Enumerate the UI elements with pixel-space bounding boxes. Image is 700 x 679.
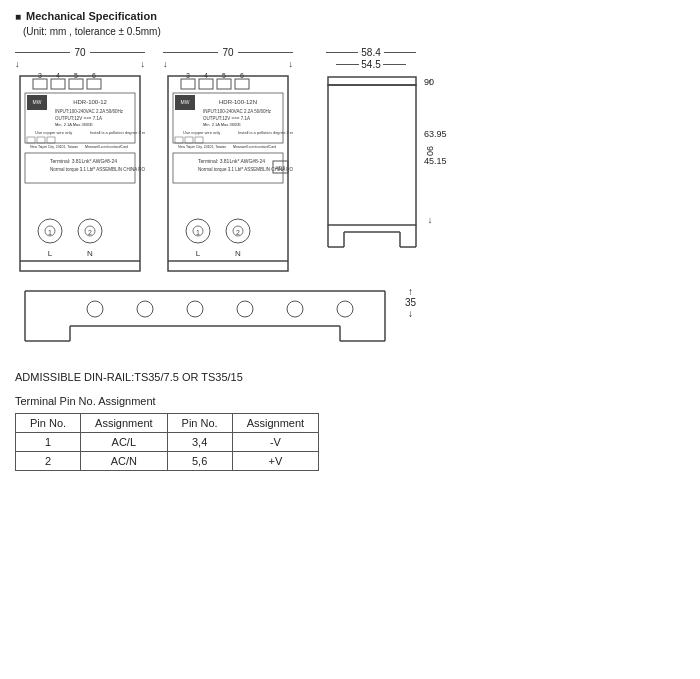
admissible-text: ADMISSIBLE DIN-RAIL:TS35/7.5 OR TS35/15 xyxy=(15,371,685,383)
svg-text:INPUT:100-240VAC 2.2A 50/60Hz: INPUT:100-240VAC 2.2A 50/60Hz xyxy=(203,109,272,114)
table-row: 1 AC/L 3,4 -V xyxy=(16,433,319,452)
svg-text:N: N xyxy=(87,249,93,258)
svg-rect-36 xyxy=(181,79,195,89)
svg-text:Use copper wire only: Use copper wire only xyxy=(183,130,220,135)
svg-text:Install is a pollution degree : Install is a pollution degree 2 environm… xyxy=(238,130,293,135)
svg-text:New Taipei City, 24101, Taiwan: New Taipei City, 24101, Taiwan xyxy=(30,145,78,149)
svg-rect-18 xyxy=(27,137,35,143)
svg-point-94 xyxy=(337,301,353,317)
device-drawing-1: 70 ↓ ↓ 3 4 5 6 xyxy=(15,47,145,281)
svg-point-93 xyxy=(287,301,303,317)
svg-point-91 xyxy=(187,301,203,317)
svg-rect-73 xyxy=(328,85,416,225)
din-rail-section: ↑ 35 ↓ xyxy=(15,281,685,361)
device-drawing-2: 70 ↓ ↓ 3 4 5 6 MW HDR-100-12N xyxy=(163,47,293,281)
svg-text:HDR-100-12: HDR-100-12 xyxy=(73,99,107,105)
svg-text:5: 5 xyxy=(74,72,78,79)
side-view: 58.4 54.5 xyxy=(326,47,447,166)
svg-point-92 xyxy=(237,301,253,317)
svg-text:Meanwell.com/contact/Card: Meanwell.com/contact/Card xyxy=(85,145,128,149)
col-header-pin1: Pin No. xyxy=(16,414,81,433)
din-rail-svg xyxy=(15,281,395,361)
col-header-pin2: Pin No. xyxy=(167,414,232,433)
svg-rect-1 xyxy=(33,79,47,89)
col-header-assign2: Assignment xyxy=(232,414,318,433)
svg-rect-54 xyxy=(185,137,193,143)
svg-text:1: 1 xyxy=(48,229,52,236)
device-svg-1: 3 4 5 6 MW HDR-100-12 INPUT:100-240VAC 2… xyxy=(15,71,145,281)
svg-text:5: 5 xyxy=(222,72,226,79)
svg-text:Terminal: 3.81Lnk*  AWG#8-24: Terminal: 3.81Lnk* AWG#8-24 xyxy=(50,158,117,164)
svg-rect-20 xyxy=(47,137,55,143)
svg-text:3: 3 xyxy=(186,72,190,79)
device-svg-2: 3 4 5 6 MW HDR-100-12N INPUT:100-240VAC … xyxy=(163,71,293,281)
svg-rect-72 xyxy=(328,77,416,85)
col-header-assign1: Assignment xyxy=(81,414,167,433)
svg-text:2: 2 xyxy=(88,229,92,236)
svg-rect-38 xyxy=(217,79,231,89)
svg-rect-55 xyxy=(195,137,203,143)
svg-rect-3 xyxy=(69,79,83,89)
svg-text:4: 4 xyxy=(56,72,60,79)
svg-rect-53 xyxy=(175,137,183,143)
svg-text:Min. 2.1A  Max.3600E: Min. 2.1A Max.3600E xyxy=(203,122,241,127)
svg-text:Install is a pollution degree : Install is a pollution degree 2 environm… xyxy=(90,130,145,135)
svg-text:2: 2 xyxy=(236,229,240,236)
svg-text:6: 6 xyxy=(92,72,96,79)
svg-text:3: 3 xyxy=(38,72,42,79)
svg-text:N: N xyxy=(235,249,241,258)
svg-text:INPUT:100-240VAC 2.2A 50/60Hz: INPUT:100-240VAC 2.2A 50/60Hz xyxy=(55,109,124,114)
svg-rect-39 xyxy=(235,79,249,89)
svg-text:Normal torque 3.1 Lbf*  ASSEMB: Normal torque 3.1 Lbf* ASSEMBLIN CHINA R… xyxy=(50,167,145,172)
svg-point-90 xyxy=(137,301,153,317)
unit-note: (Unit: mm , tolerance ± 0.5mm) xyxy=(23,26,685,37)
svg-text:Terminal: 3.81Lnk*  AWG#8-24: Terminal: 3.81Lnk* AWG#8-24 xyxy=(198,158,265,164)
svg-text:MW: MW xyxy=(181,99,190,105)
svg-text:ADJ: ADJ xyxy=(275,165,285,171)
table-row: 2 AC/N 5,6 +V xyxy=(16,452,319,471)
terminal-label: Terminal Pin No. Assignment xyxy=(15,395,685,407)
terminal-table: Pin No. Assignment Pin No. Assignment 1 … xyxy=(15,413,319,471)
svg-rect-4 xyxy=(87,79,101,89)
svg-text:6: 6 xyxy=(240,72,244,79)
svg-text:New Taipei City, 24101, Taiwan: New Taipei City, 24101, Taiwan xyxy=(178,145,226,149)
svg-text:MW: MW xyxy=(33,99,42,105)
svg-text:OUTPUT:12V === 7.1A: OUTPUT:12V === 7.1A xyxy=(203,116,250,121)
svg-text:Meanwell.com/contact/Card: Meanwell.com/contact/Card xyxy=(233,145,276,149)
svg-rect-37 xyxy=(199,79,213,89)
svg-text:OUTPUT:12V === 7.1A: OUTPUT:12V === 7.1A xyxy=(55,116,102,121)
svg-rect-2 xyxy=(51,79,65,89)
svg-text:1: 1 xyxy=(196,229,200,236)
svg-text:Min. 2.1A  Max.3600E: Min. 2.1A Max.3600E xyxy=(55,122,93,127)
diagrams-row: 70 ↓ ↓ 3 4 5 6 xyxy=(15,47,685,281)
section-title: Mechanical Specification xyxy=(15,10,685,22)
svg-point-89 xyxy=(87,301,103,317)
svg-text:L: L xyxy=(196,249,201,258)
svg-text:Use copper wire only: Use copper wire only xyxy=(35,130,72,135)
svg-text:4: 4 xyxy=(204,72,208,79)
svg-rect-19 xyxy=(37,137,45,143)
svg-text:HDR-100-12N: HDR-100-12N xyxy=(219,99,257,105)
terminal-table-section: Terminal Pin No. Assignment Pin No. Assi… xyxy=(15,395,685,471)
side-profile-svg xyxy=(326,72,421,287)
svg-text:L: L xyxy=(48,249,53,258)
